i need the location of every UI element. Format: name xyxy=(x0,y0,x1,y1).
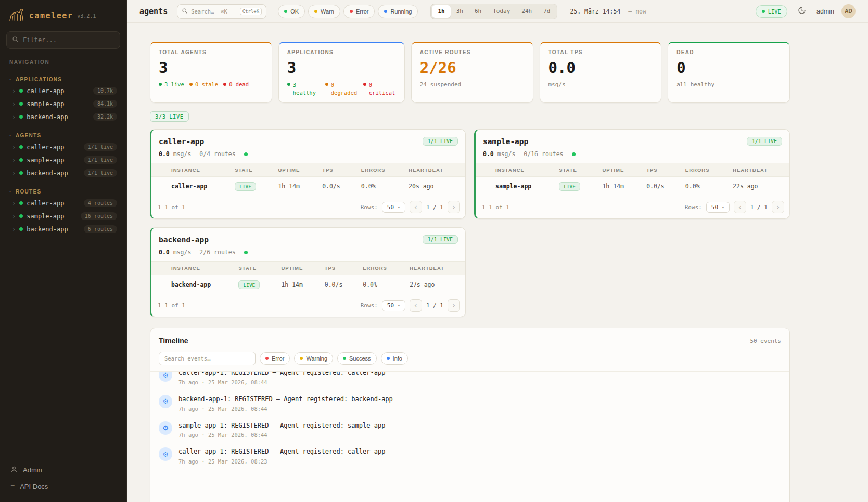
pagination: Rows: 50 ▾ ‹ 1 / 1 › xyxy=(685,201,784,213)
instance-row[interactable]: backend-app LIVE 1h 14m 0.0/s 0.0% 27s a… xyxy=(151,275,465,294)
sidebar-api-docs-link[interactable]: ≡ API Docs xyxy=(6,479,120,495)
sidebar: cameleer v3.2.1 NAVIGATION · APPLICATION… xyxy=(0,0,127,502)
sidebar-item-routes-backend-app[interactable]: › backend-app 6 routes xyxy=(6,223,120,236)
instance-row[interactable]: caller-app LIVE 1h 14m 0.0/s 0.0% 20s ag… xyxy=(151,177,465,196)
timeline-chip-error[interactable]: Error xyxy=(260,352,290,365)
timeline-event-list[interactable]: ⚙ caller-app-1: REGISTERED — Agent regis… xyxy=(150,371,789,502)
instance-row[interactable]: sample-app LIVE 1h 14m 0.0/s 0.0% 22s ag… xyxy=(476,177,789,196)
chevron-right-icon: › xyxy=(12,170,16,176)
uptime-cell: 1h 14m xyxy=(276,275,319,294)
chevron-right-icon: › xyxy=(12,114,16,120)
col-uptime: UPTIME xyxy=(597,163,641,177)
page-title: agents xyxy=(139,7,168,16)
sidebar-item-app-backend-app[interactable]: › backend-app 32.2k xyxy=(6,110,120,123)
sidebar-item-routes-caller-app[interactable]: › caller-app 4 routes xyxy=(6,197,120,210)
avatar[interactable]: AD xyxy=(841,4,856,18)
col-heartbeat: HEARTBEAT xyxy=(404,262,465,275)
rows-label: Rows: xyxy=(361,204,378,211)
brand-version: v3.2.1 xyxy=(77,13,96,19)
rows-per-page-select[interactable]: 50 ▾ xyxy=(382,202,405,213)
chip-label: Running xyxy=(390,8,412,15)
health-dot-icon xyxy=(244,251,248,254)
rows-label: Rows: xyxy=(361,302,378,309)
range-button-3h[interactable]: 3h xyxy=(451,5,469,18)
next-page-button[interactable]: › xyxy=(448,299,460,312)
sidebar-filter-box xyxy=(6,31,120,49)
rows-per-page-select[interactable]: 50 ▾ xyxy=(382,300,405,311)
app-meta: 0.0 msg/s 2/6 routes xyxy=(151,249,465,261)
docs-list-icon: ≡ xyxy=(10,483,15,491)
red-dot-icon xyxy=(223,83,226,86)
stat-value: 3 xyxy=(159,59,263,76)
live-label: LIVE xyxy=(768,8,781,15)
section-applications: · APPLICATIONS › caller-app 10.7k › samp… xyxy=(6,74,120,123)
sidebar-item-app-sample-app[interactable]: › sample-app 84.1k xyxy=(6,97,120,110)
chip-label: Success xyxy=(349,355,371,362)
green-dot-icon xyxy=(287,83,290,86)
stat-value: 3 xyxy=(287,59,396,76)
range-button-7d[interactable]: 7d xyxy=(538,5,556,18)
chip-label: Warning xyxy=(306,355,327,362)
ok-dot-icon xyxy=(284,10,287,13)
item-label: sample-app xyxy=(27,157,80,164)
timeline-header: Timeline 50 events xyxy=(150,328,789,352)
timeline-event: ⚙ sample-app-1: REGISTERED — Agent regis… xyxy=(150,417,789,443)
col-uptime: UPTIME xyxy=(273,163,317,177)
admin-label: Admin xyxy=(23,466,42,474)
app-meta: 0.0 msg/s 0/16 routes xyxy=(476,150,789,163)
sidebar-item-agent-caller-app[interactable]: › caller-app 1/1 live xyxy=(6,140,120,153)
heartbeat-cell: 27s ago xyxy=(404,275,465,294)
timeline-search-input[interactable] xyxy=(159,352,256,365)
sidebar-item-app-caller-app[interactable]: › caller-app 10.7k xyxy=(6,84,120,97)
stat-card-applications: APPLICATIONS 3 3 healthy 0 degraded xyxy=(278,42,405,103)
search-icon xyxy=(12,35,19,45)
errors-cell: 0.0% xyxy=(358,275,404,294)
filter-chip-running[interactable]: Running xyxy=(378,5,418,18)
global-search-input[interactable] xyxy=(191,8,236,15)
range-button-6h[interactable]: 6h xyxy=(469,5,487,18)
sidebar-item-agent-sample-app[interactable]: › sample-app 1/1 live xyxy=(6,153,120,166)
section-header-agents[interactable]: · AGENTS xyxy=(6,130,120,140)
dark-mode-toggle[interactable] xyxy=(795,4,809,19)
section-header-applications[interactable]: · APPLICATIONS xyxy=(6,74,120,84)
stat-subs: 3 healthy 0 degraded 0 critical xyxy=(287,81,396,97)
prev-page-button[interactable]: ‹ xyxy=(410,201,422,213)
col-state: STATE xyxy=(554,163,597,177)
heartbeat-cell: 22s ago xyxy=(727,177,789,196)
sidebar-item-routes-sample-app[interactable]: › sample-app 16 routes xyxy=(6,210,120,223)
item-label: caller-app xyxy=(27,87,90,95)
prev-page-button[interactable]: ‹ xyxy=(734,201,746,213)
sidebar-admin-link[interactable]: Admin xyxy=(6,461,120,479)
timeline-chip-info[interactable]: Info xyxy=(381,352,408,365)
app-card-caller-app: caller-app 1/1 LIVE 0.0 msg/s 0/4 routes… xyxy=(150,129,466,219)
range-button-today[interactable]: Today xyxy=(487,5,516,18)
status-filter-chips: OK Warn Error Running xyxy=(278,5,418,18)
status-dot xyxy=(19,158,23,162)
stat-card-total-agents: TOTAL AGENTS 3 3 live 0 stale xyxy=(150,42,272,103)
instances-table: INSTANCE STATE UPTIME TPS ERRORS HEARTBE… xyxy=(151,163,465,196)
sidebar-filter-input[interactable] xyxy=(23,36,114,44)
section-label: APPLICATIONS xyxy=(16,76,62,82)
table-footer: 1–1 of 1 Rows: 50 ▾ ‹ 1 / 1 › xyxy=(151,294,465,317)
stat-note: 24 suspended xyxy=(420,81,525,88)
chevron-right-icon: › xyxy=(12,144,16,150)
agent-event-icon: ⚙ xyxy=(159,421,172,435)
filter-chip-warn[interactable]: Warn xyxy=(308,5,340,18)
filter-chip-error[interactable]: Error xyxy=(343,5,375,18)
timeline-chip-success[interactable]: Success xyxy=(337,352,377,365)
range-button-24h[interactable]: 24h xyxy=(516,5,538,18)
prev-page-button[interactable]: ‹ xyxy=(410,299,422,312)
status-dot xyxy=(19,227,23,231)
timeline-chip-warning[interactable]: Warning xyxy=(294,352,333,365)
item-label: backend-app xyxy=(27,113,90,121)
range-button-1h[interactable]: 1h xyxy=(432,5,450,18)
stat-value: 2/26 xyxy=(420,59,525,76)
timeline-event: ⚙ caller-app-1: REGISTERED — Agent regis… xyxy=(150,443,789,469)
chevron-right-icon: › xyxy=(12,213,16,220)
sidebar-item-agent-backend-app[interactable]: › backend-app 1/1 live xyxy=(6,166,120,179)
next-page-button[interactable]: › xyxy=(772,201,784,213)
filter-chip-ok[interactable]: OK xyxy=(278,5,305,18)
next-page-button[interactable]: › xyxy=(448,201,460,213)
rows-per-page-select[interactable]: 50 ▾ xyxy=(706,202,730,213)
section-header-routes[interactable]: · ROUTES xyxy=(6,186,120,197)
